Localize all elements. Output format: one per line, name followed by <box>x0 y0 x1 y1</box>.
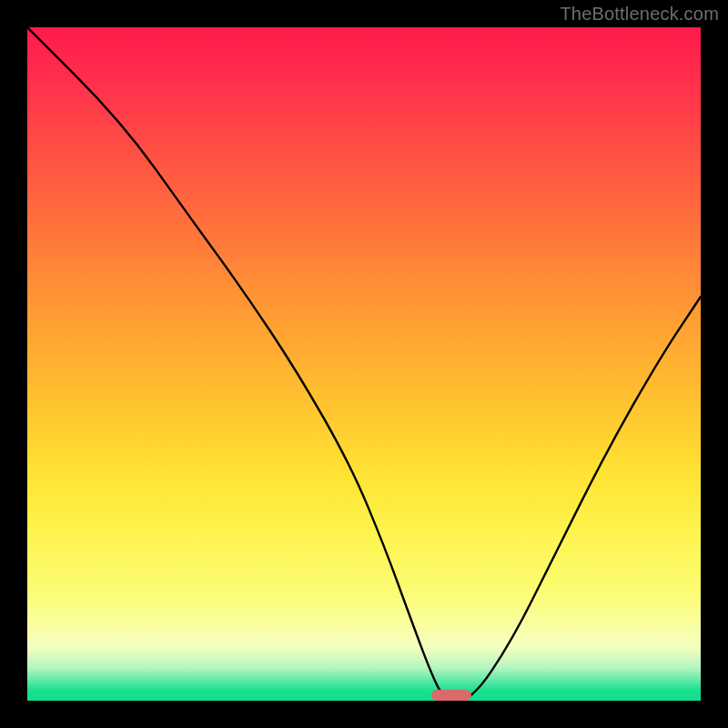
plot-area <box>27 27 701 701</box>
curve-path <box>27 27 701 701</box>
minimum-marker <box>431 690 471 701</box>
watermark-label: TheBottleneck.com <box>560 4 719 25</box>
bottleneck-curve <box>27 27 701 701</box>
chart-frame: TheBottleneck.com <box>0 0 728 728</box>
